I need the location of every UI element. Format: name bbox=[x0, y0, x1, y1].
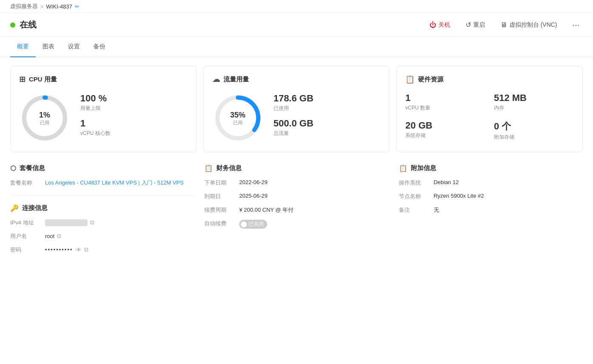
cpu-usage-limit-desc: 用量上限 bbox=[80, 105, 188, 112]
package-name-key: 套餐名称 bbox=[10, 179, 40, 187]
ipv4-masked bbox=[45, 219, 88, 226]
order-date-row: 下单日期 2022-06-29 bbox=[204, 179, 388, 187]
status-dot bbox=[10, 22, 15, 28]
hardware-title-text: 硬件资源 bbox=[418, 76, 443, 84]
key-icon: 🔑 bbox=[10, 204, 19, 212]
traffic-used-desc: 已使用 bbox=[274, 105, 381, 112]
restart-label: 重启 bbox=[473, 21, 485, 29]
status-area: 在线 bbox=[10, 19, 37, 31]
breadcrumb: 虚拟服务器 > WIKI-4837 ✏ bbox=[0, 0, 593, 13]
order-date-key: 下单日期 bbox=[204, 179, 234, 187]
package-section-title: ⬡ 套餐信息 bbox=[10, 164, 194, 172]
hw-vcpu-value: 1 bbox=[405, 92, 485, 104]
traffic-stats: 178.6 GB 已使用 500.0 GB 总流量 bbox=[274, 93, 381, 143]
username-value: root ⧉ bbox=[45, 232, 61, 240]
traffic-donut: 35% 已用 bbox=[212, 92, 263, 143]
password-masked: •••••••••• bbox=[45, 246, 73, 253]
more-button[interactable]: ··· bbox=[569, 18, 583, 31]
divider-1 bbox=[10, 195, 194, 196]
notes-row: 备注 无 bbox=[399, 206, 583, 214]
breadcrumb-current: WIKI-4837 bbox=[46, 3, 72, 10]
renew-cycle-value: ¥ 200.00 CNY @ 年付 bbox=[239, 206, 294, 214]
auto-renew-row: 自动续费 已关闭 bbox=[204, 220, 388, 229]
renew-cycle-key: 续费周期 bbox=[204, 206, 234, 214]
traffic-percent-label: 已用 bbox=[230, 120, 246, 125]
hw-memory: 512 MB 内存 bbox=[494, 92, 574, 112]
hw-vcpu: 1 vCPU 数量 bbox=[405, 92, 485, 112]
shutdown-button[interactable]: ⏻ 关机 bbox=[426, 20, 454, 31]
cpu-card-title: ⊞ CPU 用量 bbox=[19, 75, 188, 84]
ipv4-copy-icon[interactable]: ⧉ bbox=[90, 219, 94, 226]
auto-renew-toggle[interactable]: 已关闭 bbox=[239, 220, 267, 229]
username-row: 用户名 root ⧉ bbox=[10, 232, 194, 240]
toggle-label: 已关闭 bbox=[248, 221, 264, 228]
renew-cycle-row: 续费周期 ¥ 200.00 CNY @ 年付 bbox=[204, 206, 388, 214]
password-copy-icon[interactable]: ⧉ bbox=[84, 246, 88, 253]
tab-charts[interactable]: 图表 bbox=[36, 37, 61, 57]
username-copy-icon[interactable]: ⧉ bbox=[57, 232, 61, 240]
breadcrumb-sep: > bbox=[40, 3, 44, 10]
hw-extra-storage-value: 0 个 bbox=[494, 120, 574, 133]
traffic-card: ☁ 流量用量 35% 已用 178.6 GB bbox=[203, 66, 390, 152]
hardware-body: 1 vCPU 数量 512 MB 内存 20 GB 系统存储 0 个 附加存储 bbox=[405, 92, 574, 141]
finance-title-text: 财务信息 bbox=[216, 164, 242, 172]
tab-settings[interactable]: 设置 bbox=[61, 37, 87, 57]
expire-row: 到期日 2025-06-29 bbox=[204, 193, 388, 200]
toggle-circle bbox=[241, 221, 247, 227]
package-name-row: 套餐名称 Los Angeles - CU4837 Lite KVM VPS |… bbox=[10, 179, 194, 187]
traffic-icon: ☁ bbox=[212, 75, 220, 84]
vnc-label: 虚拟控制台 (VNC) bbox=[509, 21, 557, 29]
restart-button[interactable]: ↺ 重启 bbox=[462, 19, 489, 31]
expire-key: 到期日 bbox=[204, 193, 234, 200]
cpu-vcpu-desc: vCPU 核心数 bbox=[80, 130, 188, 137]
cpu-donut: 1% 已用 bbox=[19, 92, 70, 143]
hw-vcpu-desc: vCPU 数量 bbox=[405, 104, 485, 112]
cpu-donut-center: 1% 已用 bbox=[39, 111, 50, 126]
tab-backup[interactable]: 备份 bbox=[87, 37, 112, 57]
traffic-used-value: 178.6 GB bbox=[274, 93, 381, 104]
ipv4-key: IPv4 地址 bbox=[10, 219, 40, 227]
traffic-donut-center: 35% 已用 bbox=[230, 111, 246, 126]
toggle-off[interactable]: 已关闭 bbox=[239, 220, 267, 229]
node-row: 节点名称 Ryzen 5900x Lite #2 bbox=[399, 193, 583, 200]
hw-storage-desc: 系统存储 bbox=[405, 132, 485, 139]
hardware-icon: 📋 bbox=[405, 75, 415, 84]
auto-renew-key: 自动续费 bbox=[204, 220, 234, 227]
hardware-card: 📋 硬件资源 1 vCPU 数量 512 MB 内存 20 GB 系统存储 0 … bbox=[396, 66, 583, 152]
cpu-vcpu: 1 vCPU 核心数 bbox=[80, 118, 188, 137]
vnc-button[interactable]: 🖥 虚拟控制台 (VNC) bbox=[497, 20, 561, 31]
extra-title-text: 附加信息 bbox=[411, 164, 436, 172]
info-sections: ⬡ 套餐信息 套餐名称 Los Angeles - CU4837 Lite KV… bbox=[10, 164, 583, 260]
traffic-percent: 35% bbox=[230, 111, 246, 120]
cpu-card: ⊞ CPU 用量 1% 已用 100 % bbox=[10, 66, 197, 152]
hw-storage: 20 GB 系统存储 bbox=[405, 120, 485, 141]
edit-icon[interactable]: ✏ bbox=[75, 3, 79, 10]
connection-title-text: 连接信息 bbox=[22, 204, 48, 212]
cpu-percent-label: 已用 bbox=[39, 120, 50, 125]
hw-storage-value: 20 GB bbox=[405, 120, 485, 131]
left-column: ⬡ 套餐信息 套餐名称 Los Angeles - CU4837 Lite KV… bbox=[10, 164, 194, 260]
ipv4-value: ⧉ bbox=[45, 219, 94, 226]
tab-bar: 概要 图表 设置 备份 bbox=[0, 37, 593, 57]
breadcrumb-parent[interactable]: 虚拟服务器 bbox=[10, 3, 38, 10]
finance-section: 📋 财务信息 下单日期 2022-06-29 到期日 2025-06-29 续费… bbox=[204, 164, 388, 260]
order-date-value: 2022-06-29 bbox=[239, 179, 268, 185]
os-key: 操作系统 bbox=[399, 179, 429, 187]
traffic-title-text: 流量用量 bbox=[223, 76, 249, 84]
page-header: 在线 ⏻ 关机 ↺ 重启 🖥 虚拟控制台 (VNC) ··· bbox=[0, 13, 593, 37]
username-key: 用户名 bbox=[10, 232, 40, 240]
tab-overview[interactable]: 概要 bbox=[10, 37, 36, 57]
connection-section-title: 🔑 连接信息 bbox=[10, 204, 194, 212]
notes-key: 备注 bbox=[399, 206, 429, 214]
cpu-stats: 100 % 用量上限 1 vCPU 核心数 bbox=[80, 93, 188, 143]
finance-icon: 📋 bbox=[204, 164, 213, 172]
eye-icon[interactable]: 👁 bbox=[76, 246, 82, 253]
traffic-total-value: 500.0 GB bbox=[274, 118, 381, 129]
package-title-text: 套餐信息 bbox=[20, 164, 45, 172]
cpu-card-body: 1% 已用 100 % 用量上限 1 vCPU 核心数 bbox=[19, 92, 188, 143]
power-icon: ⏻ bbox=[429, 21, 436, 29]
monitor-icon: 🖥 bbox=[500, 21, 507, 29]
metric-cards: ⊞ CPU 用量 1% 已用 100 % bbox=[10, 66, 583, 152]
extra-section-title: 📋 附加信息 bbox=[399, 164, 583, 172]
traffic-card-title: ☁ 流量用量 bbox=[212, 75, 381, 84]
